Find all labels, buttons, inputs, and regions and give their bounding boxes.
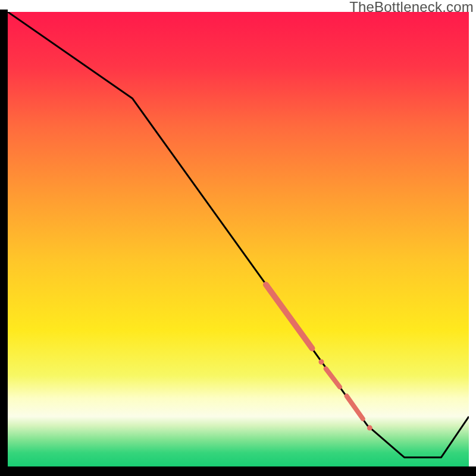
svg-rect-1 xyxy=(0,10,8,476)
watermark-label: TheBottleneck.com xyxy=(349,0,474,15)
chart-stage: TheBottleneck.com xyxy=(0,0,476,476)
svg-rect-2 xyxy=(0,466,476,476)
axes xyxy=(0,0,476,476)
